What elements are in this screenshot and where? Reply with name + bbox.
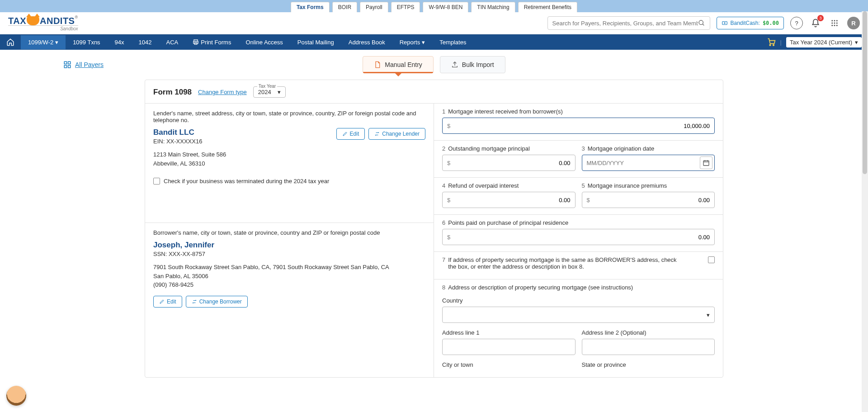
svg-line-1 (703, 24, 704, 25)
box6-input[interactable]: $ (442, 229, 715, 245)
addr1-input[interactable] (442, 339, 576, 355)
state-label: State or province (582, 361, 715, 368)
box2-label: 2Outstanding mortgage principal (442, 145, 576, 152)
nav-1099-w2[interactable]: 1099/W-2▾ (21, 35, 66, 49)
nav-bar: 1099/W-2▾ 1099 Txns 94x 1042 ACA Print F… (0, 34, 868, 50)
addr2-input[interactable] (582, 339, 715, 355)
all-payers-link[interactable]: All Payers (63, 61, 104, 69)
tab-manual-entry[interactable]: Manual Entry (363, 56, 433, 73)
cart-icon[interactable] (767, 38, 776, 47)
bandit-cash[interactable]: BanditCash: $0.00 (717, 17, 784, 29)
box2-input[interactable]: $ (442, 155, 576, 171)
search-box[interactable] (547, 16, 710, 30)
dollar-icon: $ (587, 197, 590, 204)
svg-point-5 (834, 20, 835, 21)
dollar-icon: $ (447, 197, 450, 204)
svg-point-10 (831, 25, 833, 26)
scrollbar[interactable] (862, 11, 868, 378)
box7-checkbox[interactable] (708, 256, 715, 263)
svg-point-12 (836, 25, 838, 26)
chevron-down-icon: ▾ (707, 312, 710, 318)
top-tab-payroll[interactable]: Payroll (360, 2, 388, 12)
chevron-down-icon: ▾ (422, 39, 425, 46)
top-tab-eftps[interactable]: EFTPS (391, 2, 420, 12)
top-tab-w9w8[interactable]: W-9/W-8 BEN (423, 2, 468, 12)
logo[interactable]: TAXANDITS® Sandbox (8, 15, 78, 31)
form-title: Form 1098 (153, 88, 192, 97)
change-lender-button[interactable]: Change Lender (368, 128, 425, 140)
nav-templates[interactable]: Templates (432, 35, 473, 49)
dollar-icon: $ (447, 160, 450, 166)
box8-label: 8Address or description of property secu… (442, 284, 715, 291)
svg-point-11 (834, 25, 835, 26)
form-card: Form 1098 Change Form type Tax Year 2024… (145, 80, 723, 378)
svg-point-17 (773, 44, 774, 46)
dollar-icon: $ (447, 234, 450, 241)
nav-reports[interactable]: Reports▾ (392, 35, 433, 49)
box7-label: 7If address of property securing mortgag… (442, 256, 677, 270)
edit-borrower-button[interactable]: Edit (153, 296, 182, 308)
nav-home[interactable] (0, 34, 21, 50)
pencil-icon (159, 299, 165, 304)
box4-label: 4Refund of overpaid interest (442, 182, 576, 189)
chevron-down-icon: ▾ (278, 89, 281, 95)
svg-point-16 (769, 44, 771, 46)
nav-aca[interactable]: ACA (159, 35, 186, 49)
nav-1099-txns[interactable]: 1099 Txns (66, 35, 107, 49)
tax-year-select[interactable]: Tax Year 2024 (Current)▾ (786, 37, 862, 47)
document-icon (374, 61, 381, 68)
svg-point-4 (831, 20, 833, 21)
avatar[interactable]: R (847, 17, 860, 29)
help-icon[interactable]: ? (790, 17, 803, 29)
calendar-button[interactable] (700, 156, 712, 169)
borrower-phone: (090) 768-9425 (153, 280, 425, 289)
box3-input[interactable] (582, 155, 715, 171)
box5-input[interactable]: $ (582, 192, 715, 208)
top-tab-tin[interactable]: TIN Matching (471, 2, 515, 12)
lender-section-label: Lender's name, street address, city or t… (153, 110, 425, 123)
nav-address-book[interactable]: Address Book (341, 35, 392, 49)
tax-year-dropdown[interactable]: Tax Year 2024 ▾ (253, 86, 286, 98)
borrower-addr1: 7901 South Rockaway Street San Pablo, CA… (153, 263, 425, 272)
top-tab-tax-forms[interactable]: Tax Forms (291, 2, 330, 12)
svg-point-8 (834, 23, 835, 24)
scrollbar-thumb[interactable] (863, 11, 867, 174)
terminated-checkbox[interactable] (153, 178, 160, 185)
svg-point-7 (831, 23, 833, 24)
box3-label: 3Mortgage origination date (582, 145, 715, 152)
dollar-icon: $ (447, 123, 450, 129)
nav-94x[interactable]: 94x (108, 35, 132, 49)
svg-rect-18 (64, 62, 66, 64)
top-tab-retirement[interactable]: Retirement Benefits (518, 2, 577, 12)
nav-postal-mailing[interactable]: Postal Mailing (290, 35, 341, 49)
tab-bulk-import[interactable]: Bulk Import (440, 56, 505, 73)
notification-icon[interactable]: 3 (809, 17, 822, 29)
svg-point-0 (699, 20, 703, 24)
top-tab-boir[interactable]: BOIR (332, 2, 357, 12)
box1-input[interactable]: $ (442, 118, 715, 134)
swap-icon (192, 299, 197, 304)
lender-addr2: Abbeville, AL 36310 (153, 159, 226, 168)
box4-input[interactable]: $ (442, 192, 576, 208)
pencil-icon (342, 131, 348, 137)
borrower-addr2: San Pablo, AL 35006 (153, 272, 425, 281)
nav-online-access[interactable]: Online Access (238, 35, 290, 49)
notification-badge: 3 (817, 15, 824, 21)
svg-rect-14 (193, 41, 198, 43)
change-form-type-link[interactable]: Change Form type (198, 89, 247, 95)
search-input[interactable] (552, 20, 698, 27)
search-icon[interactable] (698, 19, 705, 27)
box6-label: 6Points paid on purchase of principal re… (442, 219, 715, 226)
nav-1042[interactable]: 1042 (132, 35, 159, 49)
box1-label: 1Mortgage interest received from borrowe… (442, 108, 715, 115)
change-borrower-button[interactable]: Change Borrower (186, 296, 248, 308)
svg-rect-22 (703, 161, 709, 166)
cash-icon (722, 20, 728, 26)
svg-point-6 (836, 20, 838, 21)
nav-print-forms[interactable]: Print Forms (185, 35, 238, 49)
city-label: City or town (442, 361, 576, 368)
country-select[interactable]: ▾ (442, 307, 715, 323)
year-label: Tax Year (257, 84, 277, 89)
edit-lender-button[interactable]: Edit (336, 128, 365, 140)
apps-icon[interactable] (828, 17, 841, 29)
